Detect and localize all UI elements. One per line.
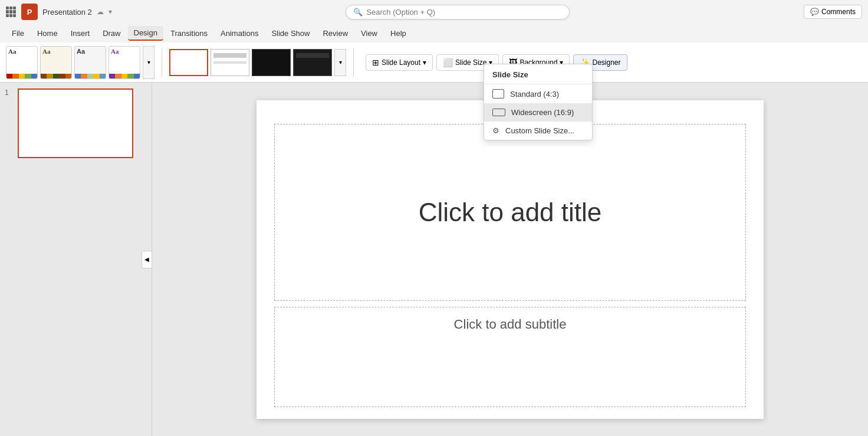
custom-label: Custom Slide Size... [505, 126, 574, 135]
slide-size-icon: ⬜ [443, 58, 453, 67]
designer-label: Designer [592, 58, 620, 67]
theme-group: Aa Aa Aa Aa [6, 46, 154, 79]
panel-collapse-button[interactable]: ◀ [142, 251, 152, 268]
comment-icon: 💬 [810, 8, 819, 16]
theme-item-2[interactable]: Aa [40, 46, 72, 79]
title-bar: P Presentation 2 ☁ ▾ 🔍 💬 Comments [0, 0, 868, 24]
menu-draw[interactable]: Draw [97, 27, 126, 40]
slide-style-2[interactable] [211, 49, 249, 76]
app-grid-icon[interactable] [6, 6, 17, 17]
slide-thumbnail[interactable] [18, 88, 133, 158]
slide-subtitle-placeholder: Click to add subtitle [454, 317, 567, 332]
widescreen-icon [492, 109, 505, 116]
standard-label: Standard (4:3) [510, 90, 559, 99]
slide-panel: 1 ◀ [0, 83, 152, 436]
comments-button[interactable]: 💬 Comments [804, 5, 862, 19]
menu-file[interactable]: File [6, 27, 30, 40]
dropdown-header: Slide Size [484, 64, 592, 84]
slide-layout-chevron: ▾ [423, 58, 426, 67]
cloud-icon: ☁ [97, 8, 104, 16]
menu-view[interactable]: View [355, 27, 383, 40]
slide-style-4[interactable] [293, 49, 332, 76]
slide-title-placeholder: Click to add title [419, 198, 602, 227]
dropdown-custom[interactable]: ⚙ Custom Slide Size... [484, 122, 592, 140]
search-box[interactable]: 🔍 [346, 5, 570, 19]
chevron-down-small[interactable]: ▾ [108, 8, 112, 16]
slide-canvas: Click to add title Click to add subtitle [257, 100, 764, 419]
slide-layout-label: Slide Layout [382, 58, 420, 67]
title-bar-right: 💬 Comments [804, 5, 862, 19]
gear-icon: ⚙ [492, 126, 499, 135]
menu-transitions[interactable]: Transitions [165, 27, 213, 40]
slide-style-3[interactable] [252, 49, 291, 76]
ribbon: Aa Aa Aa Aa [0, 42, 868, 83]
menu-insert[interactable]: Insert [65, 27, 96, 40]
dropdown-widescreen[interactable]: Widescreen (16:9) [484, 103, 592, 122]
menu-animations[interactable]: Animations [215, 27, 264, 40]
ppt-logo: P [21, 4, 38, 20]
standard-icon [492, 89, 504, 99]
slide-size-dropdown: Slide Size Standard (4:3) Widescreen (16… [484, 64, 593, 140]
title-bar-center: 🔍 [117, 5, 799, 19]
slide-number: 1 [5, 88, 14, 97]
app-title: Presentation 2 [42, 8, 92, 17]
slide-style-scroll[interactable]: ▾ [334, 49, 346, 76]
theme-item-4[interactable]: Aa [108, 46, 140, 79]
slide-layout-button[interactable]: ⊞ Slide Layout ▾ [366, 54, 433, 71]
menu-help[interactable]: Help [384, 27, 412, 40]
ribbon-divider-2 [353, 48, 354, 77]
menu-review[interactable]: Review [317, 27, 354, 40]
widescreen-label: Widescreen (16:9) [511, 108, 574, 117]
search-input[interactable] [366, 8, 562, 17]
title-bar-left: P Presentation 2 ☁ ▾ [6, 4, 112, 20]
slide-thumbnail-container: 1 [5, 88, 147, 158]
dropdown-standard[interactable]: Standard (4:3) [484, 84, 592, 103]
slide-style-group: ▾ [169, 49, 346, 76]
menu-bar: File Home Insert Draw Design Transitions… [0, 24, 868, 42]
comments-label: Comments [821, 8, 856, 16]
menu-slideshow[interactable]: Slide Show [265, 27, 315, 40]
theme-scroll-button[interactable]: ▾ [143, 46, 154, 79]
menu-home[interactable]: Home [31, 27, 64, 40]
slide-style-1[interactable] [169, 49, 208, 76]
theme-item-1[interactable]: Aa [6, 46, 38, 79]
ribbon-divider-1 [162, 48, 162, 77]
slide-subtitle-area[interactable]: Click to add subtitle [274, 307, 746, 407]
slide-size-label: Slide Size [455, 58, 486, 67]
main-layout: 1 ◀ Click to add title Click to add subt… [0, 83, 868, 436]
theme-item-3[interactable]: Aa [74, 46, 106, 79]
slide-title-area[interactable]: Click to add title [274, 124, 746, 301]
menu-design[interactable]: Design [128, 26, 163, 41]
search-icon: 🔍 [353, 8, 363, 17]
slide-layout-icon: ⊞ [372, 58, 379, 67]
